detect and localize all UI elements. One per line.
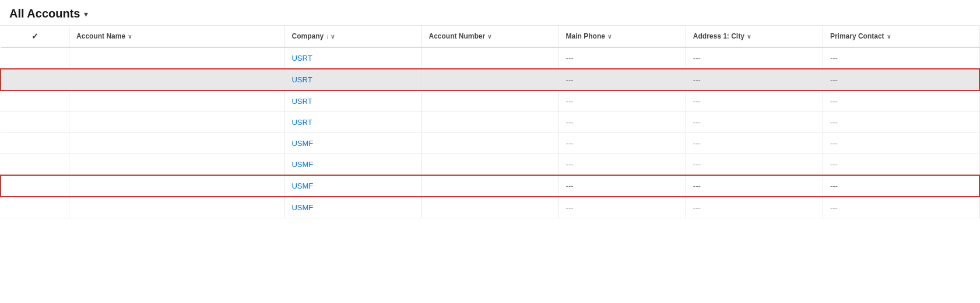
row-account-number-cell xyxy=(421,154,559,176)
table-row[interactable]: USMF--------- xyxy=(1,197,979,218)
row-address-city-cell: --- xyxy=(686,112,823,133)
row-account-number-cell xyxy=(421,175,559,197)
company-sort-icon: ↓ ∨ xyxy=(326,33,335,40)
primary-contact-label: Primary Contact xyxy=(830,32,884,40)
table-row[interactable]: USMF--------- xyxy=(1,133,979,154)
row-account-name-cell[interactable] xyxy=(69,154,284,176)
row-account-number-cell xyxy=(421,69,559,90)
company-label: Company xyxy=(291,32,324,40)
row-account-name-cell[interactable] xyxy=(69,175,284,197)
row-account-name-cell[interactable] xyxy=(69,47,284,69)
row-primary-contact-cell: --- xyxy=(823,133,979,154)
row-address-city-cell: --- xyxy=(686,90,823,112)
accounts-table: ✓ Account Name ∨ Company ↓ ∨ Ac xyxy=(0,26,980,218)
row-main-phone-cell: --- xyxy=(559,197,686,218)
row-primary-contact-cell: --- xyxy=(823,175,979,197)
address-city-column-header[interactable]: Address 1: City ∨ xyxy=(686,26,823,47)
accounts-table-wrapper: ✓ Account Name ∨ Company ↓ ∨ Ac xyxy=(0,26,980,218)
table-header-row: ✓ Account Name ∨ Company ↓ ∨ Ac xyxy=(1,26,979,47)
row-main-phone-cell: --- xyxy=(559,69,686,90)
row-address-city-cell: --- xyxy=(686,69,823,90)
row-primary-contact-cell: --- xyxy=(823,197,979,218)
row-check-cell[interactable] xyxy=(1,197,69,218)
row-main-phone-cell: --- xyxy=(559,175,686,197)
row-check-cell[interactable] xyxy=(1,175,69,197)
account-number-column-header[interactable]: Account Number ∨ xyxy=(421,26,559,47)
company-column-header[interactable]: Company ↓ ∨ xyxy=(284,26,421,47)
table-row[interactable]: USRT--------- xyxy=(1,112,979,133)
row-address-city-cell: --- xyxy=(686,197,823,218)
check-symbol: ✓ xyxy=(31,32,38,41)
address-city-label: Address 1: City xyxy=(693,32,744,40)
account-number-sort-icon: ∨ xyxy=(487,33,491,40)
primary-contact-column-header[interactable]: Primary Contact ∨ xyxy=(823,26,979,47)
row-account-number-cell xyxy=(421,133,559,154)
account-number-label: Account Number xyxy=(429,32,486,40)
row-company-cell[interactable]: USRT xyxy=(284,112,421,133)
main-phone-column-header[interactable]: Main Phone ∨ xyxy=(559,26,686,47)
row-check-cell[interactable] xyxy=(1,133,69,154)
row-main-phone-cell: --- xyxy=(559,90,686,112)
row-account-name-cell[interactable] xyxy=(69,90,284,112)
row-check-cell[interactable] xyxy=(1,112,69,133)
row-account-name-cell[interactable] xyxy=(69,133,284,154)
table-row[interactable]: USRT--------- xyxy=(1,90,979,112)
row-company-cell[interactable]: USMF xyxy=(284,154,421,176)
main-phone-sort-icon: ∨ xyxy=(607,33,612,40)
row-account-number-cell xyxy=(421,47,559,69)
account-name-sort-icon: ∨ xyxy=(128,33,132,40)
check-column-header[interactable]: ✓ xyxy=(1,26,69,47)
row-primary-contact-cell: --- xyxy=(823,47,979,69)
row-primary-contact-cell: --- xyxy=(823,112,979,133)
row-address-city-cell: --- xyxy=(686,154,823,176)
main-phone-label: Main Phone xyxy=(566,32,605,40)
row-company-cell[interactable]: USRT xyxy=(284,90,421,112)
account-name-column-header[interactable]: Account Name ∨ xyxy=(69,26,284,47)
row-company-cell[interactable]: USRT xyxy=(284,47,421,69)
row-address-city-cell: --- xyxy=(686,175,823,197)
row-account-number-cell xyxy=(421,90,559,112)
row-main-phone-cell: --- xyxy=(559,47,686,69)
table-row[interactable]: USMF--------- xyxy=(1,154,979,176)
table-row[interactable]: USMF--------- xyxy=(1,175,979,197)
account-name-label: Account Name xyxy=(76,32,125,40)
page-header: All Accounts ▾ xyxy=(0,0,980,26)
row-check-cell[interactable] xyxy=(1,47,69,69)
row-check-cell[interactable] xyxy=(1,154,69,176)
address-city-sort-icon: ∨ xyxy=(747,33,751,40)
row-account-number-cell xyxy=(421,197,559,218)
row-check-cell[interactable] xyxy=(1,90,69,112)
row-check-cell[interactable] xyxy=(1,69,69,90)
row-account-number-cell xyxy=(421,112,559,133)
row-main-phone-cell: --- xyxy=(559,133,686,154)
row-company-cell[interactable]: USMF xyxy=(284,133,421,154)
row-address-city-cell: --- xyxy=(686,133,823,154)
row-primary-contact-cell: --- xyxy=(823,90,979,112)
row-account-name-cell[interactable] xyxy=(69,112,284,133)
row-address-city-cell: --- xyxy=(686,47,823,69)
row-company-cell[interactable]: USMF xyxy=(284,175,421,197)
row-account-name-cell[interactable] xyxy=(69,197,284,218)
page-title: All Accounts xyxy=(9,7,80,20)
row-primary-contact-cell: --- xyxy=(823,69,979,90)
row-company-cell[interactable]: USRT xyxy=(284,69,421,90)
primary-contact-sort-icon: ∨ xyxy=(887,33,891,40)
row-account-name-cell[interactable] xyxy=(69,69,284,90)
row-main-phone-cell: --- xyxy=(559,154,686,176)
row-company-cell[interactable]: USMF xyxy=(284,197,421,218)
table-row[interactable]: USRT--------- xyxy=(1,47,979,69)
row-main-phone-cell: --- xyxy=(559,112,686,133)
chevron-down-icon[interactable]: ▾ xyxy=(84,9,88,19)
table-row[interactable]: USRT--------- xyxy=(1,69,979,90)
row-primary-contact-cell: --- xyxy=(823,154,979,176)
